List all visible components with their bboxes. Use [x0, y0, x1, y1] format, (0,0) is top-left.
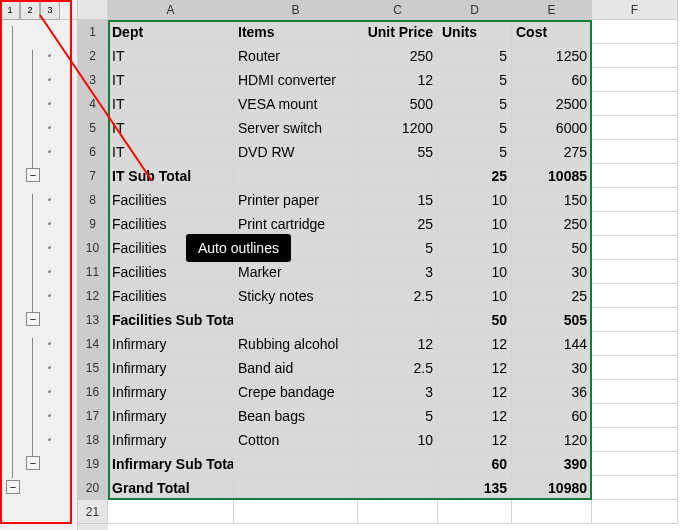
cell[interactable]: Unit Price	[358, 20, 438, 44]
cell[interactable]: HDMI converter	[234, 68, 358, 92]
cell[interactable]: 3	[358, 380, 438, 404]
row-header[interactable]: 19	[78, 452, 108, 476]
row-header[interactable]: 21	[78, 500, 108, 524]
cell[interactable]: 60	[512, 68, 592, 92]
cell[interactable]	[592, 44, 678, 68]
cell[interactable]: Infirmary	[108, 332, 234, 356]
cell[interactable]: 10085	[512, 164, 592, 188]
cell[interactable]: 2.5	[358, 356, 438, 380]
cell[interactable]: 5	[438, 44, 512, 68]
cell[interactable]: 12	[438, 332, 512, 356]
cell[interactable]	[592, 20, 678, 44]
cell[interactable]	[592, 260, 678, 284]
cell[interactable]: Facilities Sub Total	[108, 308, 234, 332]
row-header[interactable]: 10	[78, 236, 108, 260]
cell[interactable]	[592, 140, 678, 164]
cell[interactable]: 275	[512, 140, 592, 164]
row-header[interactable]: 15	[78, 356, 108, 380]
row-header[interactable]: 14	[78, 332, 108, 356]
cell[interactable]	[592, 92, 678, 116]
cell[interactable]: 1250	[512, 44, 592, 68]
cell[interactable]: 36	[512, 380, 592, 404]
cell[interactable]: Infirmary	[108, 404, 234, 428]
collapse-grand-button[interactable]: −	[6, 480, 20, 494]
cell[interactable]: 10980	[512, 476, 592, 500]
cell[interactable]	[592, 212, 678, 236]
cell[interactable]	[358, 308, 438, 332]
cell[interactable]: 500	[358, 92, 438, 116]
cell[interactable]: Cotton	[234, 428, 358, 452]
cell[interactable]: Print cartridge	[234, 212, 358, 236]
cell[interactable]: VESA mount	[234, 92, 358, 116]
cell[interactable]: 135	[438, 476, 512, 500]
cell[interactable]	[592, 68, 678, 92]
outline-level-2[interactable]: 2	[20, 0, 40, 20]
cell[interactable]: Infirmary	[108, 380, 234, 404]
cell[interactable]	[592, 284, 678, 308]
cell[interactable]: IT	[108, 116, 234, 140]
cell[interactable]: 30	[512, 260, 592, 284]
col-header-c[interactable]: C	[358, 0, 438, 20]
cell[interactable]: 150	[512, 188, 592, 212]
cell[interactable]: 15	[358, 188, 438, 212]
cell[interactable]	[592, 476, 678, 500]
cell[interactable]: Facilities	[108, 284, 234, 308]
cell[interactable]	[234, 164, 358, 188]
cell[interactable]: 250	[512, 212, 592, 236]
cell[interactable]: 2500	[512, 92, 592, 116]
cell[interactable]: 60	[512, 404, 592, 428]
cell[interactable]: 1200	[358, 116, 438, 140]
cell[interactable]	[592, 500, 678, 524]
cell[interactable]: 12	[358, 332, 438, 356]
cell[interactable]	[592, 356, 678, 380]
cell[interactable]: 390	[512, 452, 592, 476]
row-header[interactable]: 2	[78, 44, 108, 68]
cell[interactable]: 10	[438, 260, 512, 284]
cell[interactable]: 3	[358, 260, 438, 284]
col-header-d[interactable]: D	[438, 0, 512, 20]
cell[interactable]	[358, 500, 438, 524]
cell[interactable]: DVD RW	[234, 140, 358, 164]
cell[interactable]	[592, 404, 678, 428]
cell[interactable]	[234, 476, 358, 500]
cell[interactable]: Sticky notes	[234, 284, 358, 308]
cell[interactable]	[358, 452, 438, 476]
collapse-facilities-button[interactable]: −	[26, 312, 40, 326]
cell[interactable]: Infirmary	[108, 428, 234, 452]
cell[interactable]: Crepe bandage	[234, 380, 358, 404]
cell[interactable]	[358, 164, 438, 188]
cell[interactable]: 30	[512, 356, 592, 380]
cell[interactable]: Infirmary	[108, 356, 234, 380]
cell[interactable]: 55	[358, 140, 438, 164]
cell[interactable]: 10	[438, 284, 512, 308]
row-header[interactable]: 20	[78, 476, 108, 500]
row-header[interactable]: 1	[78, 20, 108, 44]
cell[interactable]: 50	[512, 236, 592, 260]
row-header[interactable]: 18	[78, 428, 108, 452]
col-header-a[interactable]: A	[108, 0, 234, 20]
row-header[interactable]: 11	[78, 260, 108, 284]
cell[interactable]	[512, 500, 592, 524]
cell[interactable]	[592, 164, 678, 188]
row-header[interactable]: 16	[78, 380, 108, 404]
cell[interactable]	[592, 380, 678, 404]
cell[interactable]: 12	[438, 428, 512, 452]
cell[interactable]: 2.5	[358, 284, 438, 308]
row-header[interactable]: 9	[78, 212, 108, 236]
cell[interactable]	[234, 500, 358, 524]
cell[interactable]: 25	[512, 284, 592, 308]
cell[interactable]: Infirmary Sub Total	[108, 452, 234, 476]
cell[interactable]: Cost	[512, 20, 592, 44]
row-header[interactable]: 8	[78, 188, 108, 212]
cell[interactable]: 5	[358, 236, 438, 260]
cell[interactable]: Rubbing alcohol	[234, 332, 358, 356]
cell[interactable]: IT Sub Total	[108, 164, 234, 188]
cell[interactable]: Dept	[108, 20, 234, 44]
cell[interactable]: 10	[358, 428, 438, 452]
cell[interactable]: Server switch	[234, 116, 358, 140]
cell[interactable]	[108, 500, 234, 524]
cell[interactable]: 505	[512, 308, 592, 332]
cell[interactable]: 250	[358, 44, 438, 68]
cell[interactable]: Printer paper	[234, 188, 358, 212]
cell[interactable]: Facilities	[108, 188, 234, 212]
